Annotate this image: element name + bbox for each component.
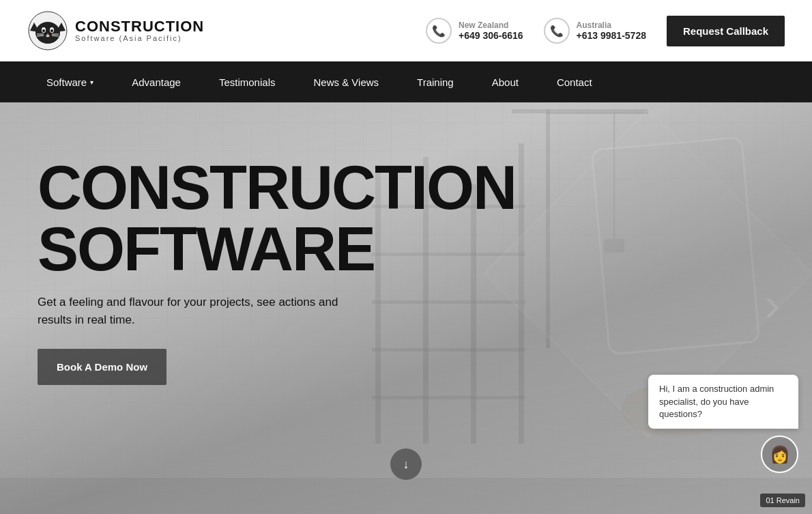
svg-point-3 <box>35 22 60 44</box>
svg-text:›: › <box>764 278 780 331</box>
au-number: +613 9981-5728 <box>577 30 646 41</box>
nav-link-news-views[interactable]: News & Views <box>294 61 398 102</box>
phone-icon-nz: 📞 <box>426 18 452 44</box>
svg-rect-31 <box>0 478 812 514</box>
hero-content: CONSTRUCTION SOFTWARE Get a feeling and … <box>38 157 516 385</box>
svg-point-6 <box>42 29 45 32</box>
contact-au-info: Australia +613 9981-5728 <box>577 20 646 41</box>
logo-text-area: CONSTRUCTION Software (Asia Pacific) <box>75 19 204 42</box>
phone-icon-au: 📞 <box>544 18 570 44</box>
contact-au[interactable]: 📞 Australia +613 9981-5728 <box>544 18 646 44</box>
nav-link-testimonials[interactable]: Testimonials <box>200 61 295 102</box>
chat-avatar[interactable]: 👩 <box>761 436 798 473</box>
nz-number: +649 306-6616 <box>459 30 523 41</box>
request-callback-button[interactable]: Request Callback <box>667 16 785 46</box>
logo-main-text: CONSTRUCTION <box>75 19 204 34</box>
arrow-down-icon: ↓ <box>403 457 409 472</box>
nav-items-list: Software ▾ Advantage Testimonials News &… <box>27 61 785 102</box>
scroll-down-button[interactable]: ↓ <box>390 448 422 480</box>
hero-title-software: SOFTWARE <box>38 218 516 280</box>
au-region: Australia <box>577 20 646 30</box>
nav-link-advantage[interactable]: Advantage <box>113 61 200 102</box>
nav-link-training[interactable]: Training <box>398 61 473 102</box>
revain-label: 01 Revain <box>766 496 800 504</box>
logo-icon <box>27 10 68 51</box>
nz-region: New Zealand <box>459 20 523 30</box>
nav-item-news-views[interactable]: News & Views <box>294 61 398 102</box>
nav-item-software[interactable]: Software ▾ <box>27 61 113 102</box>
logo-sub-text: Software (Asia Pacific) <box>75 34 204 42</box>
nav-item-training[interactable]: Training <box>398 61 473 102</box>
hero-subtitle: Get a feeling and flavour for your proje… <box>38 294 365 328</box>
navigation: Software ▾ Advantage Testimonials News &… <box>0 61 812 102</box>
nav-item-about[interactable]: About <box>473 61 538 102</box>
logo-area[interactable]: CONSTRUCTION Software (Asia Pacific) <box>27 10 204 51</box>
header: CONSTRUCTION Software (Asia Pacific) 📞 N… <box>0 0 812 61</box>
svg-rect-29 <box>592 137 759 354</box>
nav-item-contact[interactable]: Contact <box>538 61 611 102</box>
nav-item-advantage[interactable]: Advantage <box>113 61 200 102</box>
contact-nz-info: New Zealand +649 306-6616 <box>459 20 523 41</box>
chat-bubble: Hi, I am a construction admin specialist… <box>648 375 798 429</box>
chat-widget[interactable]: Hi, I am a construction admin specialist… <box>648 375 798 473</box>
chat-avatar-icon: 👩 <box>770 445 790 464</box>
nav-link-contact[interactable]: Contact <box>538 61 611 102</box>
contact-area: 📞 New Zealand +649 306-6616 📞 Australia … <box>426 16 785 46</box>
nav-link-about[interactable]: About <box>473 61 538 102</box>
hero-title-construction: CONSTRUCTION <box>38 157 516 218</box>
nav-item-testimonials[interactable]: Testimonials <box>200 61 295 102</box>
book-demo-button[interactable]: Book A Demo Now <box>38 349 166 385</box>
contact-nz[interactable]: 📞 New Zealand +649 306-6616 <box>426 18 523 44</box>
hero-section: › CONSTRUCTION SOFTWARE Get a feeling an… <box>0 102 812 514</box>
svg-point-7 <box>50 29 53 32</box>
chevron-down-icon: ▾ <box>90 78 93 86</box>
nav-link-software[interactable]: Software ▾ <box>27 61 113 102</box>
revain-badge: 01 Revain <box>760 494 805 507</box>
svg-rect-22 <box>372 396 525 399</box>
